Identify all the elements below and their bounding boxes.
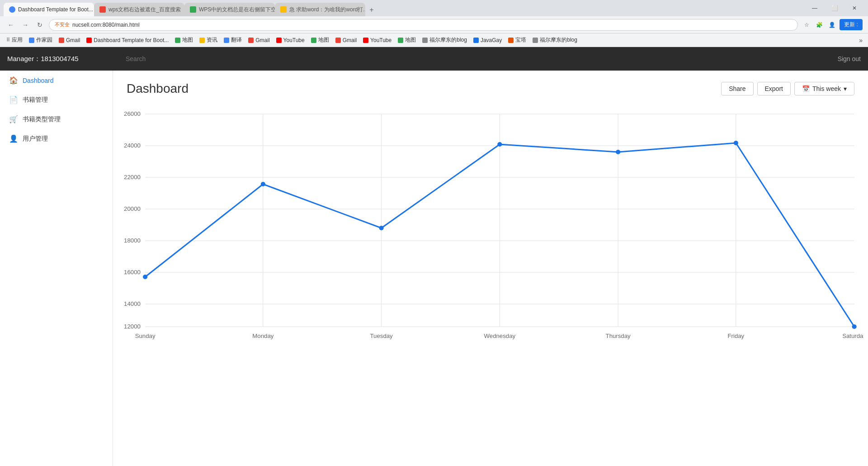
profile-icon[interactable]: 👤 [827, 20, 837, 30]
tab-favicon [9, 6, 15, 13]
sidebar-label-books: 书籍管理 [23, 96, 48, 104]
export-button[interactable]: Export [757, 82, 791, 95]
bookmark-zixun[interactable]: 资讯 [197, 35, 220, 45]
data-point-tuesday [379, 226, 384, 230]
security-indicator: 不安全 [55, 21, 70, 28]
minimize-button[interactable]: — [805, 2, 825, 14]
home-icon: 🏠 [9, 76, 18, 85]
bookmark-apps[interactable]: ⠿ 应用 [4, 35, 25, 45]
header-actions: Share Export 📅 This week ▾ [721, 82, 854, 95]
maximize-button[interactable]: ⬜ [825, 2, 844, 14]
dashboard-header: Dashboard Share Export 📅 This week ▾ [113, 71, 868, 105]
bookmark-label: 资讯 [207, 36, 217, 44]
manager-label: Manager：1813004745 [7, 55, 120, 63]
bookmark-youtube2[interactable]: YouTube [274, 36, 307, 44]
bookmark-favicon [335, 38, 341, 43]
bookmarks-more[interactable]: » [857, 36, 864, 45]
top-bar: Manager：1813004745 Sign out [0, 47, 868, 71]
refresh-button[interactable]: ↻ [34, 19, 45, 30]
bookmark-javagay[interactable]: JavaGay [471, 36, 505, 44]
bookmark-baota[interactable]: 宝塔 [505, 35, 529, 45]
week-label: This week [812, 85, 841, 92]
page-title: Dashboard [127, 81, 189, 96]
this-week-button[interactable]: 📅 This week ▾ [794, 82, 854, 95]
x-label-sunday: Sunday [135, 333, 156, 339]
sidebar-item-users[interactable]: 👤 用户管理 [0, 129, 113, 148]
svg-text:14000: 14000 [124, 300, 141, 307]
bookmark-favicon [276, 38, 282, 43]
bookmark-youtube1[interactable]: Dashboard Template for Boot... [84, 36, 171, 44]
bookmark-favicon [398, 38, 403, 43]
sidebar: 🏠 Dashboard 📄 书籍管理 🛒 书籍类型管理 👤 用户管理 [0, 71, 113, 466]
tab-wps2[interactable]: WPS中的文档总是在右侧留下空... ✕ [184, 3, 275, 16]
bookmark-fanyi[interactable]: 翻译 [221, 35, 245, 45]
forward-button[interactable]: → [20, 19, 31, 30]
tab-dashboard[interactable]: Dashboard Template for Boot... ✕ [4, 3, 94, 16]
bookmark-label: 应用 [12, 36, 23, 44]
bookmark-star-icon[interactable]: ☆ [802, 20, 811, 30]
bookmark-maps3[interactable]: 地图 [395, 35, 419, 45]
search-input[interactable] [120, 52, 838, 66]
tab-bar: Dashboard Template for Boot... ✕ wps文档右边… [4, 0, 803, 16]
bookmark-fuluo2[interactable]: 福尔摩东的blog [530, 35, 580, 45]
back-button[interactable]: ← [5, 19, 16, 30]
svg-text:12000: 12000 [124, 323, 141, 330]
bookmark-label: Gmail [255, 37, 269, 43]
bookmark-label: 翻译 [231, 36, 242, 44]
dropdown-arrow-icon: ▾ [844, 85, 847, 92]
address-input[interactable]: 不安全 nucsell.com:8080/main.html [49, 19, 798, 31]
tab-favicon [280, 6, 287, 13]
address-bar: ← → ↻ 不安全 nucsell.com:8080/main.html ☆ 🧩… [0, 16, 868, 33]
sidebar-item-books[interactable]: 📄 书籍管理 [0, 90, 113, 109]
user-icon: 👤 [9, 134, 18, 143]
bookmark-label: 地图 [182, 36, 193, 44]
extensions-icon[interactable]: 🧩 [814, 20, 824, 30]
data-point-friday [734, 141, 738, 145]
close-button[interactable]: ✕ [844, 2, 864, 14]
update-button[interactable]: 更新 : [840, 19, 863, 30]
bookmark-favicon [248, 38, 254, 43]
bookmark-gmail1[interactable]: Gmail [56, 36, 83, 44]
bookmark-favicon [422, 38, 428, 43]
bookmark-label: YouTube [370, 37, 392, 43]
bookmark-zuojia[interactable]: 作家园 [26, 35, 55, 45]
bookmark-youtube3[interactable]: YouTube [360, 36, 394, 44]
bookmark-label: 宝塔 [515, 36, 526, 44]
tab-favicon [190, 6, 196, 13]
bookmark-favicon [86, 38, 92, 43]
bookmark-favicon [473, 38, 479, 43]
bookmark-gmail2[interactable]: Gmail [245, 36, 272, 44]
x-label-wednesday: Wednesday [484, 333, 516, 339]
bookmarks-bar: ⠿ 应用 作家园 Gmail Dashboard Template for Bo… [0, 33, 868, 47]
bookmark-maps2[interactable]: 地图 [308, 35, 332, 45]
chart-area: 26000 24000 22000 20000 18000 16000 [118, 105, 863, 345]
bookmark-label: 作家园 [36, 36, 52, 44]
bookmark-fuluo1[interactable]: 福尔摩东的blog [420, 35, 470, 45]
address-text: nucsell.com:8080/main.html [72, 22, 140, 28]
bookmark-maps1[interactable]: 地图 [172, 35, 196, 45]
svg-text:16000: 16000 [124, 269, 141, 276]
bookmark-label: 福尔摩东的blog [429, 36, 467, 44]
tab-wps3[interactable]: 急 求助word：为啥我的word打... ✕ [275, 3, 365, 16]
share-button[interactable]: Share [721, 82, 753, 95]
chart-container: 26000 24000 22000 20000 18000 16000 [113, 105, 868, 354]
bookmark-label: Dashboard Template for Boot... [94, 37, 169, 43]
new-tab-button[interactable]: + [365, 4, 378, 16]
bookmark-favicon [533, 38, 538, 43]
bookmark-gmail3[interactable]: Gmail [333, 36, 359, 44]
title-bar: Dashboard Template for Boot... ✕ wps文档右边… [0, 0, 868, 16]
line-chart: 26000 24000 22000 20000 18000 16000 [118, 105, 863, 345]
bookmark-favicon [311, 38, 316, 43]
sidebar-item-book-types[interactable]: 🛒 书籍类型管理 [0, 109, 113, 129]
tab-label: WPS中的文档总是在右侧留下空... [199, 6, 275, 14]
app-container: Manager：1813004745 Sign out 🏠 Dashboard … [0, 47, 868, 466]
sidebar-item-dashboard[interactable]: 🏠 Dashboard [0, 71, 113, 90]
sidebar-label-dashboard: Dashboard [23, 77, 54, 84]
bookmark-label: JavaGay [481, 37, 502, 43]
sign-out-button[interactable]: Sign out [838, 55, 861, 62]
tab-wps1[interactable]: wps文档右边被遮住_百度搜索 ✕ [94, 3, 184, 16]
bookmark-favicon [224, 38, 229, 43]
svg-text:24000: 24000 [124, 142, 141, 149]
apps-grid-icon: ⠿ [6, 37, 10, 43]
bookmark-label: Gmail [343, 37, 357, 43]
